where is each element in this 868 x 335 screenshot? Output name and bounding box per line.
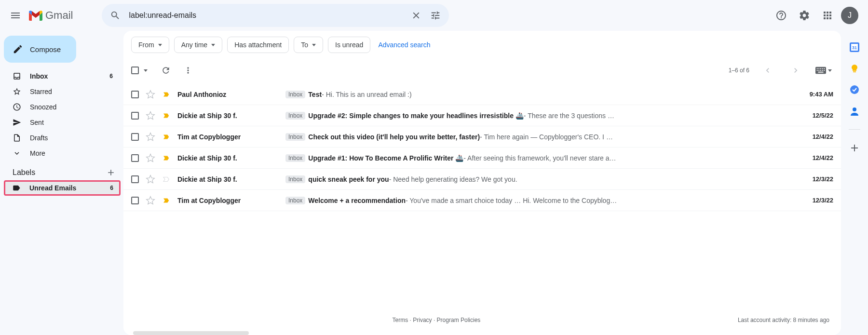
label-unread-emails[interactable]: Unread Emails 6 bbox=[4, 180, 121, 196]
search-input[interactable] bbox=[125, 11, 407, 20]
gear-icon bbox=[799, 10, 810, 21]
importance-marker[interactable] bbox=[162, 154, 171, 162]
sidebar-item-more[interactable]: More bbox=[0, 146, 119, 161]
menu-button[interactable] bbox=[4, 4, 27, 27]
email-row[interactable]: Dickie at Ship 30 f. Inbox Upgrade #2: S… bbox=[123, 105, 841, 126]
star-button[interactable] bbox=[146, 132, 155, 142]
next-page-button[interactable] bbox=[786, 61, 805, 80]
chevron-down-icon bbox=[211, 44, 215, 46]
close-icon bbox=[411, 10, 421, 21]
apps-button[interactable] bbox=[818, 6, 837, 25]
email-subject: Test bbox=[308, 91, 322, 98]
sidebar-item-snoozed[interactable]: Snoozed bbox=[0, 99, 119, 115]
email-sender: Dickie at Ship 30 f. bbox=[177, 175, 279, 183]
email-row[interactable]: Tim at Copyblogger Inbox Welcome + a rec… bbox=[123, 190, 841, 211]
sidebar: Compose Inbox6StarredSnoozedSentDraftsMo… bbox=[0, 31, 123, 335]
email-checkbox[interactable] bbox=[131, 197, 139, 204]
add-label-icon[interactable] bbox=[106, 168, 116, 177]
importance-marker[interactable] bbox=[162, 175, 171, 184]
importance-marker[interactable] bbox=[162, 133, 171, 141]
svg-text:31: 31 bbox=[852, 45, 857, 50]
prev-page-button[interactable] bbox=[758, 61, 777, 80]
logo-text: Gmail bbox=[45, 9, 73, 22]
panel-divider bbox=[849, 129, 860, 130]
importance-marker[interactable] bbox=[162, 111, 171, 120]
contacts-app-icon[interactable] bbox=[850, 106, 859, 116]
email-sender: Tim at Copyblogger bbox=[177, 133, 279, 141]
email-sender: Dickie at Ship 30 f. bbox=[177, 112, 279, 120]
refresh-button[interactable] bbox=[156, 61, 176, 80]
clear-search-button[interactable] bbox=[407, 6, 426, 25]
nav-count: 6 bbox=[109, 73, 113, 80]
email-subject: quick sneak peek for you bbox=[308, 175, 389, 183]
tasks-app-icon[interactable] bbox=[850, 85, 859, 94]
compose-button[interactable]: Compose bbox=[4, 36, 76, 63]
email-row[interactable]: Dickie at Ship 30 f. Inbox Upgrade #1: H… bbox=[123, 147, 841, 169]
star-button[interactable] bbox=[146, 153, 155, 163]
add-app-icon[interactable] bbox=[850, 143, 859, 153]
header: Gmail J bbox=[0, 0, 868, 31]
importance-marker[interactable] bbox=[162, 90, 171, 99]
privacy-link[interactable]: Privacy bbox=[413, 317, 432, 323]
svg-rect-9 bbox=[822, 70, 823, 71]
sidebar-item-sent[interactable]: Sent bbox=[0, 115, 119, 130]
filter-is-unread[interactable]: Is unread bbox=[328, 37, 370, 53]
email-checkbox[interactable] bbox=[131, 112, 139, 120]
input-tools-button[interactable] bbox=[814, 61, 833, 80]
chevron-left-icon bbox=[763, 66, 773, 75]
tune-icon bbox=[430, 10, 441, 21]
filter-any-time[interactable]: Any time bbox=[174, 37, 222, 53]
star-icon bbox=[13, 87, 21, 96]
chevron-down-icon bbox=[312, 44, 316, 46]
email-checkbox[interactable] bbox=[131, 154, 139, 162]
email-row[interactable]: Paul Anthonioz Inbox Test - Hi. This is … bbox=[123, 84, 841, 105]
side-panel: 31 bbox=[841, 31, 868, 335]
policies-link[interactable]: Program Policies bbox=[437, 317, 481, 323]
settings-button[interactable] bbox=[795, 6, 814, 25]
chevron-right-icon bbox=[791, 66, 800, 75]
select-all-checkbox[interactable] bbox=[131, 67, 139, 74]
svg-rect-3 bbox=[820, 68, 821, 69]
refresh-icon bbox=[161, 66, 171, 75]
email-subject-area: Inbox Upgrade #1: How To Become A Prolif… bbox=[285, 154, 793, 162]
email-checkbox[interactable] bbox=[131, 91, 139, 98]
header-right: J bbox=[772, 6, 864, 25]
sidebar-item-starred[interactable]: Starred bbox=[0, 84, 119, 99]
email-row[interactable]: Dickie at Ship 30 f. Inbox quick sneak p… bbox=[123, 169, 841, 190]
advanced-search-link[interactable]: Advanced search bbox=[378, 41, 430, 49]
select-dropdown-icon[interactable] bbox=[144, 69, 148, 72]
label-icon bbox=[12, 184, 21, 192]
email-subject-area: Inbox Upgrade #2: Simple changes to make… bbox=[285, 112, 793, 120]
sidebar-item-drafts[interactable]: Drafts bbox=[0, 130, 119, 146]
search-button[interactable] bbox=[106, 6, 125, 25]
inbox-tag: Inbox bbox=[285, 112, 305, 120]
more-button[interactable] bbox=[178, 61, 198, 80]
inbox-icon bbox=[13, 72, 21, 80]
email-checkbox[interactable] bbox=[131, 133, 139, 141]
nav-label: Starred bbox=[30, 88, 113, 95]
filter-from[interactable]: From bbox=[131, 37, 169, 53]
email-checkbox[interactable] bbox=[131, 175, 139, 183]
terms-link[interactable]: Terms bbox=[393, 317, 408, 323]
filter-has-attachment[interactable]: Has attachment bbox=[227, 37, 289, 53]
search-options-button[interactable] bbox=[426, 6, 445, 25]
help-button[interactable] bbox=[772, 6, 791, 25]
star-button[interactable] bbox=[146, 174, 155, 184]
email-row[interactable]: Tim at Copyblogger Inbox Check out this … bbox=[123, 126, 841, 147]
logo[interactable]: Gmail bbox=[29, 9, 73, 22]
labels-header: Labels bbox=[0, 161, 123, 180]
filter-to[interactable]: To bbox=[294, 37, 323, 53]
inbox-tag: Inbox bbox=[285, 154, 305, 162]
keep-app-icon[interactable] bbox=[850, 64, 859, 73]
svg-rect-10 bbox=[824, 70, 825, 71]
star-button[interactable] bbox=[146, 196, 155, 205]
sidebar-item-inbox[interactable]: Inbox6 bbox=[0, 68, 119, 84]
star-button[interactable] bbox=[146, 111, 155, 121]
calendar-app-icon[interactable]: 31 bbox=[850, 42, 859, 52]
scrollbar[interactable] bbox=[133, 331, 249, 335]
svg-rect-4 bbox=[822, 68, 823, 69]
avatar[interactable]: J bbox=[841, 7, 858, 24]
nav-label: Sent bbox=[30, 119, 113, 126]
star-button[interactable] bbox=[146, 90, 155, 99]
importance-marker[interactable] bbox=[162, 196, 171, 205]
